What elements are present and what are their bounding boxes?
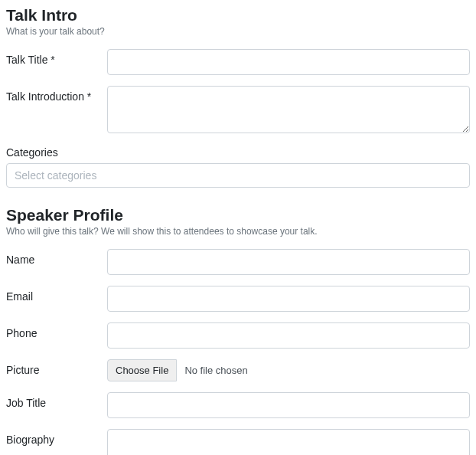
- picture-label: Picture: [6, 359, 107, 376]
- talk-intro-subtitle: What is your talk about?: [6, 26, 470, 37]
- categories-select[interactable]: Select categories: [6, 163, 470, 188]
- choose-file-button[interactable]: Choose File: [107, 359, 177, 381]
- name-input[interactable]: [107, 249, 470, 275]
- job-title-label: Job Title: [6, 392, 107, 409]
- name-row: Name: [6, 249, 470, 275]
- categories-label: Categories: [6, 146, 470, 159]
- talk-title-input[interactable]: [107, 49, 470, 75]
- talk-title-label: Talk Title *: [6, 49, 107, 66]
- phone-label: Phone: [6, 322, 107, 339]
- job-title-row: Job Title: [6, 392, 470, 418]
- talk-introduction-textarea[interactable]: [107, 86, 470, 133]
- phone-input[interactable]: [107, 322, 470, 349]
- picture-row: Picture Choose File No file chosen: [6, 359, 470, 381]
- file-input-group: Choose File No file chosen: [107, 359, 256, 381]
- biography-label: Biography: [6, 429, 107, 446]
- speaker-profile-heading: Speaker Profile: [6, 206, 470, 224]
- talk-title-row: Talk Title *: [6, 49, 470, 75]
- talk-intro-heading: Talk Intro: [6, 6, 470, 25]
- job-title-input[interactable]: [107, 392, 470, 418]
- email-label: Email: [6, 286, 107, 303]
- biography-textarea[interactable]: [107, 429, 470, 455]
- name-label: Name: [6, 249, 107, 266]
- email-row: Email: [6, 286, 470, 312]
- phone-row: Phone: [6, 322, 470, 349]
- file-status: No file chosen: [177, 360, 255, 381]
- categories-row: Categories Select categories: [6, 146, 470, 188]
- talk-introduction-label: Talk Introduction *: [6, 86, 107, 103]
- email-input[interactable]: [107, 286, 470, 312]
- biography-row: Biography: [6, 429, 470, 455]
- talk-introduction-row: Talk Introduction *: [6, 86, 470, 136]
- speaker-profile-subtitle: Who will give this talk? We will show th…: [6, 226, 470, 237]
